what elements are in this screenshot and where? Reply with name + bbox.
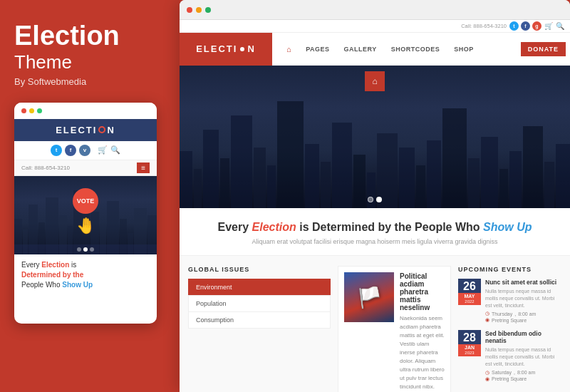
tagline-section: Every Election is Determined by the Peop… [180, 208, 570, 256]
mobile-tagline: Every Election is Determined by the Peop… [21, 260, 150, 290]
nav-shortcodes[interactable]: SHORTCODES [384, 33, 447, 66]
desktop-navbar: ELECTI N ⌂ PAGES GALLERY SHORTCODES SHOP… [180, 33, 570, 66]
mobile-dot-2 [83, 247, 88, 252]
mobile-social-bar: t f v 🛒 🔍 [14, 141, 157, 160]
title-text: Election [14, 21, 162, 51]
issue-population[interactable]: Population [188, 295, 331, 311]
article-title: Political acdiam pharetra mattis neselin… [400, 272, 445, 311]
mobile-phone-number: Call: 888-654-3210 [21, 165, 70, 171]
mobile-menu-button[interactable]: ≡ [137, 163, 150, 173]
mobile-search-icon: 🔍 [110, 145, 120, 155]
hand-icon: 🤚 [76, 217, 95, 235]
mobile-dot-3 [90, 247, 94, 252]
event-month-1: MAY [458, 293, 481, 299]
mobile-logo: ELECTI N [56, 125, 115, 135]
event-venue-label-1: Pretring Square [492, 318, 527, 323]
issues-menu: Environment Population Consumption [188, 279, 331, 329]
event-title-1: Nunc sit amet erat sollici [485, 279, 561, 286]
mobile-header: ELECTI N [14, 119, 157, 141]
hero-dot-2 [376, 197, 382, 202]
desktop-content: Call: 888-654-3210 t f g 🛒 🔍 ELECTI N ⌂ [180, 20, 570, 392]
event-date-2: 28 JAN 2023 [458, 330, 481, 356]
tagline-main: Every Election is Determined by the Peop… [194, 221, 556, 234]
mobile-hero-dots [14, 244, 157, 254]
vote-badge: VOTE [73, 188, 98, 214]
cart-icon[interactable]: 🛒 [544, 22, 553, 30]
event-time-2: ◷ Saturday, 8:00 am [485, 370, 561, 376]
tagline-determined: Determined by the [21, 271, 83, 279]
hero-nav-dots [368, 197, 382, 202]
clock-icon-2: ◷ [485, 370, 489, 376]
mobile-titlebar [14, 103, 157, 119]
mobile-dot-red [21, 108, 26, 113]
event-info-2: Sed bibendum odio nenatis Nulla tempus n… [485, 330, 561, 381]
event-desc-1: Nulla tempus neque massa id mollis neque… [485, 288, 561, 309]
nav-menu: ⌂ PAGES GALLERY SHORTCODES SHOP [272, 33, 521, 66]
left-panel: Election Theme By Softwebmedia ELECTI N … [0, 0, 177, 392]
hero-home-button[interactable]: ⌂ [365, 71, 385, 91]
event-venue-label-2: Pretring Square [492, 376, 527, 381]
top-utility-bar: Call: 888-654-3210 t f g 🛒 🔍 [180, 20, 570, 33]
article-body: Naekonida seem acdiam pharetra mattis at… [400, 314, 445, 392]
desktop-dot-red [187, 7, 192, 13]
tagline-every: Every [218, 221, 252, 233]
hero-dot-1 [368, 197, 373, 202]
mobile-cart-icon: 🛒 [98, 145, 108, 155]
mobile-hero: VOTE 🤚 [14, 176, 157, 254]
donate-button[interactable]: DONATE [521, 42, 566, 56]
tagline-election: Election [252, 221, 296, 233]
desktop-dot-yellow [196, 7, 202, 13]
event-day-2: 28 [458, 330, 481, 344]
nav-home[interactable]: ⌂ [279, 33, 299, 66]
desktop-hero: ⌂ [180, 66, 570, 208]
issue-environment[interactable]: Environment [188, 279, 331, 295]
twitter-icon[interactable]: t [509, 21, 519, 31]
googleplus-icon[interactable]: g [532, 21, 542, 31]
mobile-facebook-icon: f [65, 145, 76, 156]
article-section: 🏳️ Political acdiam pharetra mattis nese… [338, 266, 451, 392]
tagline-subtitle: Aliquam erat volutpat facilisi erisque m… [194, 238, 556, 245]
desktop-dot-green [205, 7, 211, 13]
tagline-show-up: Show Up [483, 221, 532, 233]
clock-icon: ◷ [485, 311, 489, 316]
event-venue-2: ◉ Pretring Square [485, 376, 561, 382]
global-issues-title: GLOBAL ISSUES [188, 266, 331, 273]
subtitle-text: Theme [14, 51, 162, 73]
logo-o-icon [239, 46, 246, 53]
event-info-1: Nunc sit amet erat sollici Nulla tempus … [485, 279, 561, 323]
event-time-label-1: 8:00 am [518, 311, 536, 316]
issue-consumption[interactable]: Consumption [188, 311, 331, 329]
event-day-label-2: Saturday [492, 370, 512, 375]
nav-shop[interactable]: SHOP [447, 33, 481, 66]
nav-pages[interactable]: PAGES [299, 33, 336, 66]
tagline-is: is [71, 261, 76, 269]
mobile-preview-card: ELECTI N t f v 🛒 🔍 Call: 888-654-3210 ≡ [14, 103, 157, 324]
event-meta-1: ◷ Thursday, 8:00 am ◉ Pretring Square [485, 311, 561, 323]
global-issues-section: GLOBAL ISSUES Environment Population Con… [188, 266, 331, 392]
location-icon-2: ◉ [485, 376, 489, 382]
event-month-2: JAN [458, 344, 481, 351]
events-title: UPCOMING EVENTS [458, 266, 561, 273]
event-meta-2: ◷ Saturday, 8:00 am ◉ Pretring Square [485, 370, 561, 382]
desktop-logo: ELECTI N [180, 33, 272, 66]
event-item-1: 26 MAY 2022 Nunc sit amet erat sollici N… [458, 279, 561, 323]
content-area: GLOBAL ISSUES Environment Population Con… [180, 256, 570, 392]
tagline-people: People Who [21, 281, 62, 289]
search-icon[interactable]: 🔍 [556, 22, 564, 30]
event-date-1: 26 MAY 2022 [458, 279, 481, 305]
tagline-every: Every [21, 261, 41, 269]
mobile-call-bar: Call: 888-654-3210 ≡ [14, 160, 157, 176]
mobile-dot-green [37, 108, 42, 113]
mobile-text-section: Every Election is Determined by the Peop… [14, 254, 157, 296]
article-card: 🏳️ Political acdiam pharetra mattis nese… [338, 266, 451, 392]
nav-gallery[interactable]: GALLERY [337, 33, 384, 66]
article-image: 🏳️ [344, 272, 394, 322]
event-year-2: 2023 [458, 351, 481, 356]
author-text: By Softwebmedia [14, 76, 162, 87]
facebook-icon[interactable]: f [521, 21, 530, 31]
event-title-2: Sed bibendum odio nenatis [485, 330, 561, 344]
event-desc-2: Nulla tempus neque massa id mollis neque… [485, 346, 561, 367]
top-bar-social: t f g [509, 21, 542, 31]
tagline-election: Election [41, 261, 69, 269]
article-text: Political acdiam pharetra mattis neselin… [400, 272, 445, 392]
